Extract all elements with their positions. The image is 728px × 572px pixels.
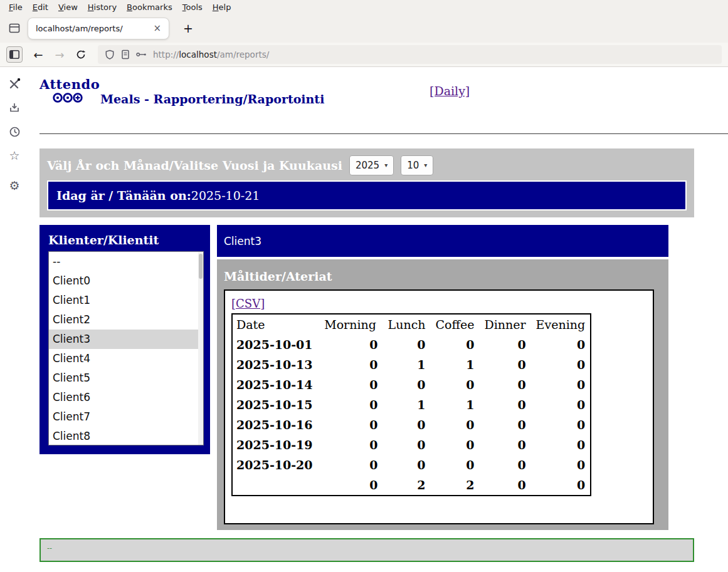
value-cell: 0 <box>383 335 431 355</box>
firefox-view-icon <box>8 22 21 34</box>
value-cell: 0 <box>318 355 383 375</box>
firefox-view-button[interactable] <box>5 19 24 38</box>
value-cell: 0 <box>531 355 591 375</box>
list-item[interactable]: Client4 <box>49 349 203 368</box>
sidebar-icon <box>9 50 19 59</box>
meals-table-body: 2025-10-01000002025-10-13011002025-10-14… <box>232 335 591 496</box>
logo-text: Attendo <box>40 78 108 91</box>
url-bar[interactable]: http://localhost/am/reports/ <box>98 45 722 64</box>
sidebar-toggle-button[interactable] <box>6 46 23 63</box>
list-item[interactable]: -- <box>49 252 203 271</box>
value-cell: 0 <box>383 435 431 455</box>
year-value: 2025 <box>356 160 379 171</box>
table-row: 2025-10-1900000 <box>232 435 591 455</box>
forward-button[interactable]: → <box>50 45 69 64</box>
clients-panel: Klienter/Klientit --Client0Client1Client… <box>40 225 210 454</box>
menu-item[interactable]: History <box>83 2 122 13</box>
tab-bar: localhost/am/reports/ × + <box>0 14 728 43</box>
value-cell: 0 <box>479 415 530 435</box>
client-list: --Client0Client1Client2Client3Client4Cli… <box>49 252 203 445</box>
list-item[interactable]: Client8 <box>49 427 203 445</box>
list-item[interactable]: Client0 <box>49 271 203 291</box>
customize-tools-icon[interactable] <box>8 77 21 91</box>
value-cell: 0 <box>479 455 530 475</box>
status-box: -- <box>40 538 694 562</box>
attendo-logo: Attendo <box>40 78 108 103</box>
meals-table: DateMorningLunchCoffeeDinnerEvening 2025… <box>231 313 591 496</box>
table-header-row: DateMorningLunchCoffeeDinnerEvening <box>232 314 591 335</box>
menu-item[interactable]: Bookmarks <box>122 2 177 13</box>
value-cell: 0 <box>531 375 591 395</box>
page-title: Meals - Rapportering/Raportointi <box>100 92 324 106</box>
list-scrollbar <box>198 252 203 445</box>
page-header: Attendo Meals - Rapportering/Raportointi… <box>40 67 728 133</box>
header-divider <box>40 133 728 134</box>
import-save-icon[interactable] <box>8 101 21 115</box>
value-cell: 0 <box>479 335 530 355</box>
list-item[interactable]: Client1 <box>49 291 203 310</box>
value-cell: 0 <box>383 375 431 395</box>
menu-item[interactable]: View <box>53 2 83 13</box>
column-header: Dinner <box>479 314 530 335</box>
detail-column: Client3 Måltider/Ateriat [CSV] DateMorni… <box>217 225 668 530</box>
value-cell: 0 <box>479 475 530 496</box>
menu-item[interactable]: Help <box>208 2 236 13</box>
value-cell: 0 <box>431 375 480 395</box>
table-row: 2025-10-2000000 <box>232 455 591 475</box>
browser-side-strip: ☆ ⚙ <box>0 67 29 572</box>
value-cell: 0 <box>479 355 530 375</box>
value-cell: 1 <box>383 395 431 415</box>
reload-button[interactable] <box>71 45 90 64</box>
value-cell: 0 <box>383 415 431 435</box>
page-icon[interactable] <box>121 49 130 60</box>
month-select[interactable]: 10 ▾ <box>401 155 433 175</box>
menu-item[interactable]: File <box>4 2 28 13</box>
value-cell: 0 <box>479 375 530 395</box>
navigation-bar: ← → http://localhost/am/reports/ <box>0 43 728 67</box>
menu-item[interactable]: Edit <box>28 2 53 13</box>
value-cell: 0 <box>318 435 383 455</box>
page-content: Attendo Meals - Rapportering/Raportointi… <box>29 67 728 572</box>
value-cell: 0 <box>531 475 591 496</box>
value-cell: 1 <box>431 355 480 375</box>
date-cell: 2025-10-13 <box>232 355 318 375</box>
value-cell: 0 <box>479 395 530 415</box>
today-bar: Idag är / Tänään on:2025-10-21 <box>47 180 687 211</box>
meals-box: [CSV] DateMorningLunchCoffeeDinnerEvenin… <box>224 289 654 524</box>
csv-link[interactable]: [CSV] <box>231 297 265 310</box>
connection-icon[interactable] <box>136 51 147 58</box>
shield-icon[interactable] <box>105 49 115 60</box>
new-tab-button[interactable]: + <box>179 21 197 35</box>
browser-window: FileEditViewHistoryBookmarksToolsHelp lo… <box>0 0 728 572</box>
value-cell: 0 <box>531 455 591 475</box>
list-item[interactable]: Client3 <box>49 330 203 349</box>
browser-tab[interactable]: localhost/am/reports/ × <box>28 18 169 39</box>
year-select[interactable]: 2025 ▾ <box>349 155 394 175</box>
history-clock-icon[interactable] <box>8 125 21 138</box>
scrollbar-thumb[interactable] <box>199 254 203 279</box>
back-button[interactable]: ← <box>29 45 48 64</box>
meals-panel: Måltider/Ateriat [CSV] DateMorningLunchC… <box>217 259 668 530</box>
list-item[interactable]: Client2 <box>49 310 203 330</box>
value-cell: 0 <box>383 455 431 475</box>
settings-gear-icon[interactable]: ⚙ <box>8 179 21 192</box>
value-cell: 2 <box>431 475 480 496</box>
bookmarks-star-icon[interactable]: ☆ <box>8 148 21 162</box>
today-value: 2025-10-21 <box>191 189 260 202</box>
date-cell: 2025-10-15 <box>232 395 318 415</box>
list-item[interactable]: Client6 <box>49 388 203 407</box>
list-item[interactable]: Client5 <box>49 368 203 388</box>
value-cell: 0 <box>531 435 591 455</box>
menu-item[interactable]: Tools <box>177 2 208 13</box>
tab-title: localhost/am/reports/ <box>36 24 149 33</box>
daily-link[interactable]: [Daily] <box>430 84 470 98</box>
list-item[interactable]: Client7 <box>49 407 203 427</box>
date-cell: 2025-10-16 <box>232 415 318 435</box>
value-cell: 0 <box>431 415 480 435</box>
date-cell: 2025-10-01 <box>232 335 318 355</box>
value-cell: 0 <box>531 395 591 415</box>
date-cell: 2025-10-19 <box>232 435 318 455</box>
column-header: Coffee <box>431 314 480 335</box>
tab-close-icon[interactable]: × <box>149 21 165 35</box>
value-cell: 0 <box>531 415 591 435</box>
